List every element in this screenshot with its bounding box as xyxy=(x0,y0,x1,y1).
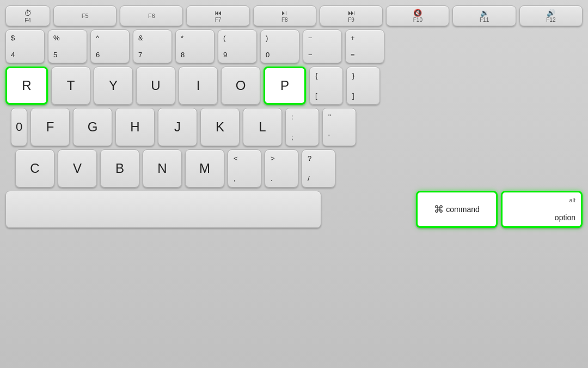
key-slash[interactable]: ? / xyxy=(302,149,335,188)
key-f9[interactable]: ⏭ F9 xyxy=(320,5,383,26)
key-f5[interactable]: F5 xyxy=(53,5,117,26)
key-option[interactable]: alt option xyxy=(501,191,583,228)
key-m[interactable]: M xyxy=(185,149,224,188)
key-5[interactable]: % 5 xyxy=(48,29,87,63)
key-comma[interactable]: < , xyxy=(228,149,261,188)
key-v[interactable]: V xyxy=(58,149,97,188)
zxcv-row: C V B N M < , > . ? / xyxy=(5,149,583,188)
key-period[interactable]: > . xyxy=(265,149,298,188)
key-f7[interactable]: ⏮ F7 xyxy=(186,5,249,26)
key-o[interactable]: O xyxy=(221,67,260,105)
key-i[interactable]: I xyxy=(179,67,218,105)
key-f12[interactable]: 🔊 F12 xyxy=(519,5,583,26)
key-g[interactable]: G xyxy=(73,108,112,146)
key-equal[interactable]: + = xyxy=(345,29,384,63)
key-n[interactable]: N xyxy=(143,149,182,188)
option-label: option xyxy=(555,213,575,222)
key-y[interactable]: Y xyxy=(94,67,133,105)
qwerty-row: R T Y U I O P { [ } ] xyxy=(5,67,583,105)
command-symbol-icon: ⌘ xyxy=(434,203,444,215)
key-8[interactable]: * 8 xyxy=(175,29,215,63)
key-c[interactable]: C xyxy=(15,149,54,188)
asdf-row: 0 F G H J K L : ; " ' xyxy=(5,108,583,146)
key-f[interactable]: F xyxy=(30,108,70,146)
key-r[interactable]: R xyxy=(5,67,48,105)
key-spacebar[interactable] xyxy=(5,191,321,228)
option-alt-label: alt xyxy=(569,197,575,203)
key-semicolon[interactable]: : ; xyxy=(285,108,319,146)
key-7[interactable]: & 7 xyxy=(133,29,172,63)
key-f10[interactable]: 🔇 F10 xyxy=(386,5,449,26)
key-4[interactable]: $ 4 xyxy=(5,29,45,63)
key-close-bracket[interactable]: } ] xyxy=(346,67,380,105)
key-h[interactable]: H xyxy=(115,108,155,146)
key-quote[interactable]: " ' xyxy=(322,108,356,146)
key-b[interactable]: B xyxy=(100,149,139,188)
key-k[interactable]: K xyxy=(200,108,240,146)
fn-row: ⏱ F4 F5 F6 ⏮ F7 ⏯ F8 ⏭ F9 🔇 F10 xyxy=(5,5,583,26)
command-label: command xyxy=(446,205,479,214)
key-6[interactable]: ^ 6 xyxy=(90,29,130,63)
key-0[interactable]: ) 0 xyxy=(260,29,299,63)
key-p[interactable]: P xyxy=(264,67,306,105)
key-f4[interactable]: ⏱ F4 xyxy=(5,5,50,26)
key-u[interactable]: U xyxy=(136,67,175,105)
key-f8[interactable]: ⏯ F8 xyxy=(253,5,316,26)
key-minus[interactable]: − − xyxy=(303,29,342,63)
key-f6[interactable]: F6 xyxy=(120,5,183,26)
key-zero-partial[interactable]: 0 xyxy=(11,108,27,146)
key-l[interactable]: L xyxy=(243,108,282,146)
key-9[interactable]: ( 9 xyxy=(218,29,257,63)
num-row: $ 4 % 5 ^ 6 & 7 * 8 ( 9 ) 0 − − xyxy=(5,29,583,63)
key-open-bracket[interactable]: { [ xyxy=(309,67,343,105)
bottom-row: ⌘ command alt option xyxy=(5,191,583,228)
key-f11[interactable]: 🔉 F11 xyxy=(452,5,516,26)
key-j[interactable]: J xyxy=(158,108,197,146)
key-command[interactable]: ⌘ command xyxy=(416,191,498,228)
keyboard: ⏱ F4 F5 F6 ⏮ F7 ⏯ F8 ⏭ F9 🔇 F10 xyxy=(0,0,588,368)
key-t[interactable]: T xyxy=(51,67,90,105)
